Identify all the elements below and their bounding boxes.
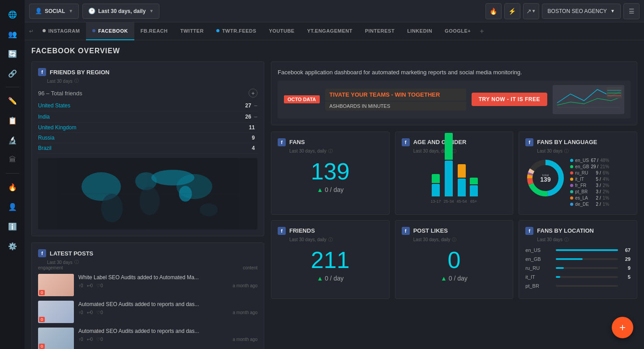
lang-dot-it-it [570, 178, 573, 181]
right-panel: Facebook application dashboard for autom… [271, 61, 637, 349]
expand-button[interactable]: + [249, 89, 258, 98]
tab-twtr-label: TWTR.FEEDS [222, 28, 257, 34]
tab-googleplus[interactable]: GOOGLE+ [438, 22, 477, 40]
post-meta-1: ↑0 ↩0 ♡0 a month ago [78, 283, 258, 288]
share-button[interactable]: ↗ ▼ [523, 3, 539, 19]
sidebar-icon-link[interactable]: 🔗 [4, 65, 21, 81]
tab-back-arrow[interactable]: ↵ [29, 28, 34, 34]
post-stat-2a: ↑0 [78, 310, 83, 315]
svg-point-5 [140, 187, 160, 215]
sidebar-icon-users[interactable]: 👥 [4, 26, 21, 42]
lang-name-it-it: it_IT [575, 177, 594, 182]
fans-location-title: FANS BY LOCATION [537, 227, 594, 234]
bolt-button[interactable]: ⚡ [504, 3, 520, 19]
world-map [38, 158, 258, 230]
tab-linkedin[interactable]: LINKEDIN [401, 22, 438, 40]
fire-button[interactable]: 🔥 [485, 3, 502, 19]
tabbar: ↵ INSTAGRAM FACEBOOK FB.REACH TWITTER TW… [25, 22, 644, 40]
tab-yt-engagement[interactable]: YT.ENGAGEMENT [301, 22, 359, 40]
latest-posts-card: f LATEST POSTS Last 30 days ⓘ engagement… [31, 243, 264, 349]
fans-change-arrow: ▲ [317, 186, 323, 193]
facebook-dot [92, 29, 95, 32]
post-badge-2: 0 [39, 317, 45, 322]
post-meta-2: ↑0 ↩0 ♡0 a month ago [78, 310, 258, 315]
post-likes-subtitle: Last 30 days, daily ⓘ [413, 237, 507, 243]
agency-selector[interactable]: BOSTON SEO AGENCY ▼ [542, 4, 621, 19]
post-thumb-1: 0 [38, 274, 74, 296]
post-stats-1: ↑0 ↩0 ♡0 [78, 283, 103, 288]
tab-instagram[interactable]: INSTAGRAM [36, 22, 86, 40]
loc-bar-en-gb [556, 258, 583, 260]
fans-change-text: 0 / day [325, 186, 343, 193]
post-time-3: a month ago [232, 337, 258, 342]
friends-change: ▲ 0 / day [278, 275, 383, 282]
tab-twitter[interactable]: TWITTER [174, 22, 210, 40]
engagement-col: engagement [38, 265, 63, 270]
loc-num-ru-ru: 9 [622, 265, 631, 271]
region-name-uk[interactable]: United Kingdom [38, 124, 241, 131]
sidebar-icon-edit[interactable]: ✏️ [4, 93, 21, 109]
post-time-1: a month ago [232, 283, 258, 288]
region-minus-us[interactable]: − [254, 102, 258, 109]
lang-num-es-la: 2 / [596, 196, 601, 200]
sidebar-icon-settings[interactable]: ⚙️ [4, 238, 21, 254]
sidebar-icon-lab[interactable]: 🔬 [4, 132, 21, 148]
tab-yt-engagement-label: YT.ENGAGEMENT [307, 28, 352, 34]
tab-youtube[interactable]: YOUTUBE [262, 22, 301, 40]
tab-fb-reach[interactable]: FB.REACH [134, 22, 174, 40]
lang-fr-fr: fr_FR 3 / 2% [570, 183, 609, 188]
social-selector[interactable]: 👤 SOCIAL ▼ [29, 4, 79, 19]
add-tab-button[interactable]: + [480, 27, 484, 35]
fb-icon-location: f [525, 227, 533, 235]
sidebar-icon-user[interactable]: 👤 [4, 199, 21, 215]
social-label: SOCIAL [45, 8, 65, 14]
date-label: Last 30 days, daily [98, 8, 146, 14]
loc-bar-wrap-en-us [556, 249, 618, 251]
tab-googleplus-label: GOOGLE+ [445, 28, 471, 34]
sidebar-icon-fire[interactable]: 🔥 [4, 179, 21, 195]
region-name-india[interactable]: India [38, 114, 238, 120]
stats-row-2: f FRIENDS Last 30 days, daily ⓘ 211 ▲ 0 … [271, 220, 637, 299]
add-fab-button[interactable]: + [612, 317, 633, 338]
region-name-us[interactable]: United States [38, 102, 238, 109]
total-friends-label: 96 – Total friends [38, 90, 82, 97]
region-minus-india[interactable]: − [254, 113, 258, 120]
content-grid: f FRIENDS BY REGION Last 30 days ⓘ 96 – … [31, 61, 637, 349]
region-name-russia[interactable]: Russia [38, 135, 241, 141]
friends-header: f FRIENDS [278, 227, 383, 235]
menu-button[interactable]: ☰ [623, 3, 640, 19]
region-num-us: 27 [238, 102, 251, 109]
tab-pinterest[interactable]: PINTEREST [359, 22, 401, 40]
female-bar-4554 [458, 164, 466, 178]
fb-icon-fans: f [278, 138, 286, 146]
language-donut: total 139 [525, 158, 566, 198]
date-selector[interactable]: 🕐 Last 30 days, daily ▼ [82, 4, 159, 19]
post-stats-3: ↑0 ↩0 ♡0 [78, 337, 103, 342]
content-col: content [243, 265, 258, 270]
loc-num-it-it: 5 [622, 274, 631, 280]
region-row-uk: United Kingdom 11 [38, 123, 258, 133]
sidebar-icon-clipboard[interactable]: 📋 [4, 112, 21, 128]
language-list: en_US 67 / 48% en_GB 29 / 21% [570, 158, 609, 208]
loc-row-ru-ru: ru_RU 9 [525, 265, 631, 271]
lang-en-us: en_US 67 / 48% [570, 158, 609, 163]
lang-dot-de-de [570, 203, 573, 206]
sidebar-icon-info[interactable]: ℹ️ [4, 218, 21, 234]
sidebar-icon-refresh[interactable]: 🔄 [4, 46, 21, 62]
loc-name-pt-br: pt_BR [525, 283, 552, 289]
promo-slogan: TIVATE YOUR TEAMS - WIN TOGETHER ASHBOAR… [325, 89, 466, 111]
fans-by-location-card: f FANS BY LOCATION Last 30 days ⓘ en_US [519, 220, 637, 299]
tab-twtr-feeds[interactable]: TWTR.FEEDS [210, 22, 263, 40]
svg-text:139: 139 [541, 176, 551, 183]
age-chart: 13-17 25-34 45-54 [402, 159, 507, 204]
tab-instagram-label: INSTAGRAM [48, 28, 80, 34]
region-name-brazil[interactable]: Brazil [38, 145, 241, 151]
tab-facebook[interactable]: FACEBOOK [86, 22, 134, 40]
age-gender-title: AGE AND GENDER [413, 139, 467, 145]
location-info: ⓘ [564, 237, 569, 243]
friends-by-region-title: FRIENDS BY REGION [50, 69, 109, 76]
post-time-2: a month ago [232, 310, 258, 315]
sidebar-icon-building[interactable]: 🏛 [4, 152, 21, 168]
sidebar-icon-globe[interactable]: 🌐 [4, 6, 21, 22]
try-now-button[interactable]: TRY NOW - IT IS FREE [472, 93, 547, 106]
